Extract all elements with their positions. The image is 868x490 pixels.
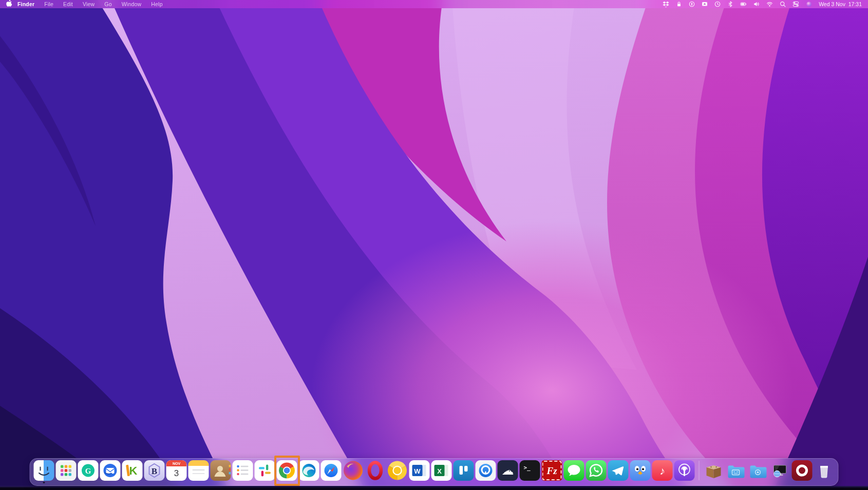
bird-app-icon <box>630 460 651 481</box>
grammarly-app-icon: G <box>78 460 99 481</box>
dock-item-reminders[interactable] <box>233 460 253 481</box>
menu-finder[interactable]: Finder <box>17 1 34 7</box>
dock-item-chrome-canary[interactable] <box>387 460 408 481</box>
volume-icon[interactable] <box>753 1 760 7</box>
svg-text:X: X <box>437 467 442 475</box>
dock-item-safari[interactable] <box>321 460 342 481</box>
svg-text:>_: >_ <box>524 464 531 471</box>
keyhole-icon[interactable] <box>689 1 695 7</box>
svg-text:W: W <box>414 467 421 475</box>
onepassword-app-icon <box>476 460 496 481</box>
status-icons <box>663 1 812 8</box>
dock-item-trash[interactable] <box>814 460 835 481</box>
dock-item-archive-box[interactable] <box>704 460 724 481</box>
desktop-screen: FinderFileEditViewGoWindowHelp Wed 3 Nov… <box>0 0 868 490</box>
messages-app-icon <box>564 460 584 481</box>
dock-item-slack[interactable] <box>255 460 275 481</box>
svg-text:G: G <box>85 467 91 475</box>
dock-item-launchpad[interactable] <box>56 460 77 481</box>
notes-app-icon <box>188 460 209 481</box>
menu-help[interactable]: Help <box>151 1 162 7</box>
menu-bar-right: Wed 3 Nov 17:31 <box>663 1 862 8</box>
dock-item-b-app[interactable]: B <box>144 460 165 481</box>
svg-text:♪: ♪ <box>659 465 665 477</box>
menu-bar: FinderFileEditViewGoWindowHelp Wed 3 Nov… <box>0 0 868 8</box>
menu-bar-left: FinderFileEditViewGoWindowHelp <box>6 0 163 9</box>
menu-view[interactable]: View <box>83 1 95 7</box>
dock-item-opera[interactable] <box>365 460 386 481</box>
cloud-app-app-icon: ☁ <box>498 460 518 481</box>
time-machine-icon[interactable] <box>714 1 721 7</box>
dock-item-messages[interactable] <box>564 460 584 481</box>
dropbox-icon[interactable] <box>663 1 669 8</box>
spotlight-search-icon[interactable] <box>780 1 786 7</box>
dock-item-whatsapp[interactable] <box>586 460 607 481</box>
battery-icon[interactable] <box>740 1 747 7</box>
siri-icon[interactable] <box>806 1 812 7</box>
contacts-app-icon <box>211 460 231 481</box>
calendar-app-icon: NOV3 <box>166 460 187 481</box>
word-app-icon: W <box>409 460 430 481</box>
excel-app-icon: X <box>431 460 452 481</box>
dock-item-red-ring-app[interactable] <box>792 460 813 481</box>
firefox-app-icon <box>343 460 364 481</box>
lock-icon[interactable] <box>676 1 682 7</box>
menu-bar-clock[interactable]: Wed 3 Nov 17:31 <box>819 1 862 7</box>
dock-item-telegram[interactable] <box>608 460 629 481</box>
dock-item-calendar[interactable]: NOV3 <box>166 460 187 481</box>
box-app-icon <box>704 460 724 481</box>
safari-app-icon <box>321 460 342 481</box>
dock-item-microsoft-excel[interactable]: X <box>431 460 452 481</box>
folder-docs-app-icon <box>748 460 768 481</box>
dock-item-firefox[interactable] <box>343 460 364 481</box>
reminders-app-icon <box>233 460 253 481</box>
menu-go[interactable]: Go <box>104 1 111 7</box>
wallpaper-monterey <box>0 0 868 490</box>
dock-items: GKBNOV3WX☁>_Fz♪ <box>30 459 838 485</box>
display-mirroring-icon[interactable] <box>702 1 708 7</box>
dock-item-filezilla[interactable]: Fz <box>542 460 562 481</box>
dock-divider <box>699 461 700 480</box>
dock-item-utilities-folder[interactable] <box>726 460 746 481</box>
dock-item-contacts[interactable] <box>211 460 231 481</box>
canary-app-icon <box>387 460 408 481</box>
dock-item-google-chrome[interactable] <box>277 460 297 481</box>
svg-text:3: 3 <box>174 468 179 478</box>
svg-text:K: K <box>129 464 138 477</box>
dock-item-grammarly[interactable]: G <box>78 460 99 481</box>
trello-app-icon <box>454 460 474 481</box>
filezilla-app-icon: Fz <box>542 460 562 481</box>
dock-item-music[interactable]: ♪ <box>652 460 673 481</box>
dock-item-notes[interactable] <box>188 460 209 481</box>
apple-menu[interactable] <box>6 0 12 9</box>
apple-icon <box>6 0 12 9</box>
dock-item-bird-app[interactable] <box>630 460 651 481</box>
svg-text:NOV: NOV <box>173 462 181 465</box>
dock-item-network-display[interactable] <box>770 460 790 481</box>
edge-app-icon <box>299 460 319 481</box>
dock-item-cloud-app[interactable]: ☁ <box>498 460 518 481</box>
dock-item-green-k-app[interactable]: K <box>122 460 143 481</box>
finder-app-icon <box>34 460 54 481</box>
menu-edit[interactable]: Edit <box>63 1 73 7</box>
screen-bottom-edge <box>0 486 868 490</box>
dock-item-podcasts[interactable] <box>674 460 695 481</box>
slack-app-icon <box>255 460 275 481</box>
dock-item-microsoft-word[interactable]: W <box>409 460 430 481</box>
dock-item-trello[interactable] <box>454 460 474 481</box>
folder-utilities-app-icon <box>726 460 746 481</box>
bluetooth-icon[interactable] <box>727 1 733 7</box>
menu-file[interactable]: File <box>44 1 53 7</box>
dock-item-1password[interactable] <box>476 460 496 481</box>
dock-item-finder[interactable] <box>34 460 54 483</box>
opera-app-icon <box>365 460 386 481</box>
menu-window[interactable]: Window <box>122 1 142 7</box>
dock-item-thunderbird[interactable] <box>100 460 121 481</box>
dock-item-terminal[interactable]: >_ <box>520 460 540 481</box>
network-display-app-icon <box>770 460 790 481</box>
control-center-icon[interactable] <box>792 1 799 7</box>
dock-item-microsoft-edge[interactable] <box>299 460 319 481</box>
dock-item-documents-folder[interactable] <box>748 460 768 481</box>
running-indicator-dot <box>43 482 45 484</box>
wifi-icon[interactable] <box>766 1 773 7</box>
